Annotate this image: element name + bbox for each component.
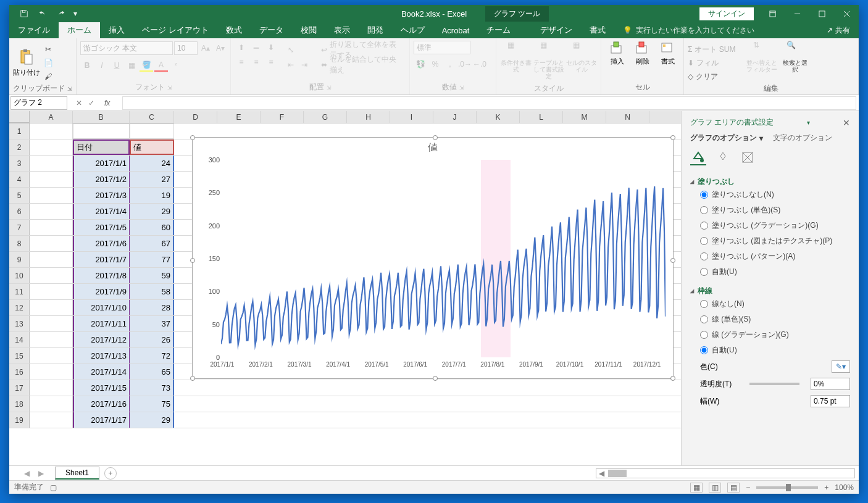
sort-filter-button[interactable]: ⇅並べ替えとフィルター (745, 41, 779, 83)
col-header[interactable]: A (30, 111, 73, 123)
fill-section-header[interactable]: 塗りつぶし (690, 177, 850, 187)
chart-title[interactable]: 値 (193, 138, 673, 158)
col-header[interactable]: N (606, 111, 649, 123)
tab-home[interactable]: ホーム (59, 22, 100, 38)
line-option[interactable]: 線 (単色)(S) (690, 312, 850, 327)
normal-view-icon[interactable]: ▦ (690, 483, 703, 493)
col-header[interactable]: B (73, 111, 130, 123)
qat-dropdown-icon[interactable]: ▾ (71, 6, 80, 21)
dialog-launcher-icon[interactable]: ⇲ (67, 86, 72, 92)
col-header[interactable]: F (261, 111, 304, 123)
transparency-slider[interactable] (749, 383, 799, 385)
italic-button[interactable]: I (95, 59, 109, 72)
signin-button[interactable]: サインイン (699, 7, 754, 20)
font-color-button[interactable]: A (154, 59, 168, 72)
zoom-out-icon[interactable]: − (746, 483, 750, 492)
fill-option[interactable]: 塗りつぶし (パターン)(A) (690, 249, 850, 264)
sheet-nav-prev-icon[interactable]: ◀ (24, 469, 30, 478)
autosum-button[interactable]: Σオート SUM (688, 43, 743, 56)
clear-button[interactable]: ◇クリア (688, 70, 743, 83)
cancel-formula-icon[interactable]: ✕ (76, 99, 82, 107)
fx-icon[interactable]: fx (101, 99, 114, 107)
col-header[interactable]: J (433, 111, 477, 123)
line-option[interactable]: 自動(U) (690, 343, 850, 358)
col-header[interactable]: E (217, 111, 261, 123)
cell-styles-button[interactable]: ▦セルのスタイル (565, 41, 597, 83)
col-header[interactable]: D (174, 111, 217, 123)
col-header[interactable]: I (390, 111, 433, 123)
macro-record-icon[interactable]: ▢ (50, 483, 57, 492)
ribbon-display-icon[interactable] (760, 5, 785, 22)
fill-line-tab-icon[interactable] (690, 149, 706, 165)
line-option[interactable]: 線 (グラデーション)(G) (690, 327, 850, 343)
line-option[interactable]: 線なし(N) (690, 296, 850, 312)
redo-icon[interactable] (52, 6, 70, 21)
chart-object[interactable]: 値 050100150200250300 2017/1/12017/2/1201… (192, 137, 674, 379)
border-button[interactable]: ▦ (125, 59, 138, 72)
tab-file[interactable]: ファイル (9, 22, 59, 38)
insert-cells-button[interactable]: 挿入 (605, 41, 629, 66)
font-name-combo[interactable]: 游ゴシック 本文 (80, 41, 173, 55)
dec-decimal-icon[interactable]: ←.0 (473, 57, 486, 71)
fill-option[interactable]: 自動(U) (690, 264, 850, 280)
col-header[interactable]: H (347, 111, 390, 123)
fill-option[interactable]: 塗りつぶし (単色)(S) (690, 202, 850, 218)
copy-icon[interactable]: 📄 (41, 57, 55, 69)
format-table-button[interactable]: ▦テーブルとして書式設定 (533, 41, 564, 83)
col-header[interactable]: K (477, 111, 520, 123)
zoom-in-icon[interactable]: + (824, 483, 828, 492)
fill-option[interactable]: 塗りつぶし (図またはテクスチャ)(P) (690, 233, 850, 249)
fill-button[interactable]: ⬇フィル (688, 57, 743, 69)
number-format-combo[interactable]: 標準 (414, 41, 470, 54)
tab-format[interactable]: 書式 (581, 22, 614, 38)
col-header[interactable]: M (563, 111, 606, 123)
save-icon[interactable] (15, 6, 33, 21)
subtab-chart-options[interactable]: グラフのオプション ▾ (690, 133, 763, 143)
find-select-button[interactable]: 🔍検索と選択 (780, 41, 810, 83)
tab-help[interactable]: ヘルプ (392, 22, 433, 38)
zoom-slider[interactable] (756, 486, 818, 489)
delete-cells-button[interactable]: 削除 (630, 41, 654, 66)
bold-button[interactable]: B (80, 59, 94, 72)
currency-icon[interactable]: 💱 (414, 57, 427, 71)
tab-team[interactable]: チーム (478, 22, 519, 38)
transparency-input[interactable] (811, 378, 850, 390)
fill-option[interactable]: 塗りつぶしなし(N) (690, 187, 850, 202)
page-break-view-icon[interactable]: ▤ (727, 483, 740, 493)
font-size-combo[interactable]: 10 (174, 41, 198, 55)
share-button[interactable]: ↗共有 (818, 22, 859, 38)
maximize-icon[interactable] (809, 5, 834, 22)
col-header[interactable]: G (304, 111, 347, 123)
conditional-format-button[interactable]: ▦条件付き書式 (500, 41, 532, 83)
effects-tab-icon[interactable] (715, 149, 731, 165)
cut-icon[interactable]: ✂ (41, 43, 55, 56)
zoom-level[interactable]: 100% (835, 483, 854, 492)
tab-page-layout[interactable]: ページ レイアウト (133, 22, 217, 38)
decrease-font-icon[interactable]: A▾ (214, 41, 227, 55)
tab-acrobat[interactable]: Acrobat (433, 22, 478, 38)
width-input[interactable] (811, 395, 850, 407)
size-tab-icon[interactable] (740, 149, 756, 165)
align-top-icon[interactable]: ⬆ (235, 41, 248, 54)
format-painter-icon[interactable]: 🖌 (41, 70, 55, 83)
formula-bar[interactable] (122, 96, 856, 110)
align-left-icon[interactable]: ≡ (235, 56, 248, 69)
paste-button[interactable]: 貼り付け (13, 41, 40, 83)
undo-icon[interactable] (34, 6, 51, 21)
percent-icon[interactable]: % (428, 57, 442, 71)
tell-me-input[interactable]: 💡実行したい作業を入力してください (614, 22, 763, 38)
tab-insert[interactable]: 挿入 (100, 22, 133, 38)
tab-developer[interactable]: 開発 (359, 22, 392, 38)
indent-inc-icon[interactable]: ⇥ (298, 58, 311, 72)
col-header[interactable]: C (130, 111, 174, 123)
underline-button[interactable]: U (110, 59, 123, 72)
tab-formulas[interactable]: 数式 (217, 22, 251, 38)
close-icon[interactable] (834, 5, 859, 22)
dialog-launcher-icon[interactable]: ⇲ (459, 85, 464, 91)
minimize-icon[interactable] (785, 5, 809, 22)
merge-button[interactable]: ⬌セルを結合して中央揃え (319, 58, 406, 72)
fill-option[interactable]: 塗りつぶし (グラデーション)(G) (690, 218, 850, 233)
dialog-launcher-icon[interactable]: ⇲ (167, 85, 172, 91)
line-color-picker[interactable]: ✎▾ (832, 360, 850, 373)
comma-icon[interactable]: , (443, 57, 457, 71)
